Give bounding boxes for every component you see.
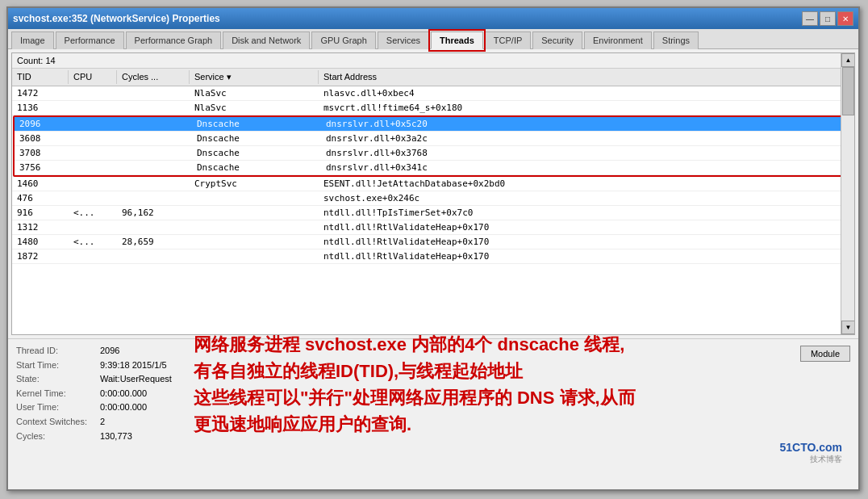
cell-tid: 1480 — [12, 235, 69, 249]
table-row[interactable]: 3756 Dnscache dnsrslvr.dll+0x341c — [15, 161, 852, 175]
close-button[interactable]: ✕ — [837, 11, 853, 26]
cell-cycles — [119, 132, 192, 145]
cell-tid: 1472 — [12, 86, 69, 100]
table-body[interactable]: 1472 NlaSvc nlasvc.dll+0xbec4 1136 NlaSv… — [12, 86, 854, 333]
cell-tid: 3708 — [15, 146, 71, 160]
title-bar: svchost.exe:352 (NetworkService) Propert… — [8, 8, 858, 29]
cell-tid: 3756 — [15, 161, 71, 174]
tab-strings[interactable]: Strings — [653, 31, 699, 49]
header-cycles[interactable]: Cycles ... — [117, 70, 190, 84]
cell-cycles — [117, 220, 190, 234]
cell-cpu — [71, 132, 119, 145]
cell-tid: 476 — [12, 191, 69, 205]
vertical-scrollbar[interactable]: ▲ ▼ — [841, 53, 854, 334]
cell-cycles — [119, 161, 192, 174]
context-switches-value: 2 — [100, 415, 105, 430]
watermark-subtitle: 技术博客 — [779, 454, 842, 465]
cell-cycles — [117, 191, 190, 205]
cell-cycles — [117, 86, 190, 100]
cell-service: CryptSvc — [190, 177, 319, 191]
cell-cycles — [117, 177, 190, 191]
tab-security[interactable]: Security — [532, 31, 582, 49]
minimize-button[interactable]: — — [802, 11, 818, 26]
table-row[interactable]: 476 svchost.exe+0x246c — [12, 191, 854, 206]
cell-address: ntdll.dll!RtlValidateHeap+0x170 — [319, 235, 854, 249]
start-time-label: Start Time: — [16, 359, 97, 373]
cell-cpu: <... — [69, 235, 117, 249]
watermark-logo: 51CTO.com — [779, 441, 842, 454]
table-row[interactable]: 916 <... 96,162 ntdll.dll!TpIsTimerSet+0… — [12, 206, 854, 220]
cell-service: NlaSvc — [190, 101, 319, 115]
cell-cpu — [69, 220, 117, 234]
cell-cycles — [117, 101, 190, 115]
count-bar: Count: 14 — [12, 53, 854, 69]
thread-id-row: Thread ID: 2096 — [16, 344, 425, 359]
table-row[interactable]: 1872 ntdll.dll!RtlValidateHeap+0x170 — [12, 250, 854, 264]
table-row[interactable]: 1460 CryptSvc ESENT.dll!JetAttachDatabas… — [12, 177, 854, 191]
cell-address: ntdll.dll!TpIsTimerSet+0x7c0 — [319, 206, 854, 220]
kernel-time-label: Kernel Time: — [16, 387, 97, 401]
module-button[interactable]: Module — [800, 346, 850, 362]
table-row[interactable]: 3608 Dnscache dnsrslvr.dll+0x3a2c — [15, 132, 852, 146]
window-controls: — □ ✕ — [802, 11, 853, 26]
context-switches-row: Context Switches: 2 — [16, 415, 425, 430]
user-time-label: User Time: — [16, 400, 97, 415]
scroll-up-button[interactable]: ▲ — [841, 53, 855, 67]
cycles-value: 130,773 — [100, 430, 132, 444]
header-tid[interactable]: TID — [12, 70, 69, 84]
tab-performance-graph[interactable]: Performance Graph — [126, 31, 222, 49]
header-cpu[interactable]: CPU — [69, 70, 117, 84]
header-service[interactable]: Service ▾ — [190, 70, 319, 84]
table-row[interactable]: 1312 ntdll.dll!RtlValidateHeap+0x170 — [12, 220, 854, 235]
tab-tcp-ip[interactable]: TCP/IP — [485, 31, 531, 49]
table-row[interactable]: 1472 NlaSvc nlasvc.dll+0xbec4 — [12, 86, 854, 101]
cell-cpu — [71, 117, 119, 131]
table-row[interactable]: 1136 NlaSvc msvcrt.dll!ftime64_s+0x180 — [12, 101, 854, 115]
details-left: Thread ID: 2096 Start Time: 9:39:18 2015… — [16, 344, 425, 443]
details-right — [441, 344, 850, 443]
cell-cpu: <... — [69, 206, 117, 220]
header-address[interactable]: Start Address — [319, 70, 854, 84]
cell-service — [190, 220, 319, 234]
scroll-track[interactable] — [841, 67, 854, 321]
cell-tid: 2096 — [15, 117, 71, 131]
cell-address: msvcrt.dll!ftime64_s+0x180 — [319, 101, 854, 115]
table-row[interactable]: 1480 <... 28,659 ntdll.dll!RtlValidateHe… — [12, 235, 854, 250]
tab-performance[interactable]: Performance — [56, 31, 124, 49]
cell-service — [190, 191, 319, 205]
cell-service — [190, 250, 319, 263]
tab-image[interactable]: Image — [11, 31, 54, 49]
scroll-thumb[interactable] — [842, 67, 854, 115]
cell-cpu — [71, 146, 119, 160]
table-row[interactable]: 3708 Dnscache dnsrslvr.dll+0x3768 — [15, 146, 852, 161]
tab-gpu-graph[interactable]: GPU Graph — [311, 31, 375, 49]
cell-service — [190, 206, 319, 220]
tab-services[interactable]: Services — [378, 31, 429, 49]
user-time-value: 0:00:00.000 — [100, 400, 147, 415]
cell-cpu — [71, 161, 119, 174]
cell-address: dnsrslvr.dll+0x3768 — [321, 146, 852, 160]
cell-cycles: 96,162 — [117, 206, 190, 220]
cell-cpu — [69, 250, 117, 263]
start-time-value: 9:39:18 2015/1/5 — [100, 359, 167, 373]
context-switches-label: Context Switches: — [16, 415, 97, 430]
cell-tid: 1136 — [12, 101, 69, 115]
watermark: 51CTO.com 技术博客 — [779, 441, 842, 465]
table-row-selected[interactable]: 2096 Dnscache dnsrslvr.dll+0x5c20 — [15, 117, 852, 132]
cell-address: dnsrslvr.dll+0x5c20 — [321, 117, 852, 131]
user-time-row: User Time: 0:00:00.000 — [16, 400, 425, 415]
state-row: State: Wait:UserRequest — [16, 372, 425, 387]
window-title: svchost.exe:352 (NetworkService) Propert… — [13, 13, 220, 24]
cell-address: ESENT.dll!JetAttachDatabase+0x2bd0 — [319, 177, 854, 191]
cell-cycles: 28,659 — [117, 235, 190, 249]
cell-tid: 1312 — [12, 220, 69, 234]
tab-environment[interactable]: Environment — [584, 31, 652, 49]
main-window: svchost.exe:352 (NetworkService) Propert… — [6, 6, 860, 491]
cell-address: nlasvc.dll+0xbec4 — [319, 86, 854, 100]
cell-service: Dnscache — [192, 132, 321, 145]
tab-threads[interactable]: Threads — [431, 31, 483, 49]
scroll-down-button[interactable]: ▼ — [841, 321, 855, 334]
tab-disk-network[interactable]: Disk and Network — [223, 31, 310, 49]
state-value: Wait:UserRequest — [100, 372, 172, 387]
maximize-button[interactable]: □ — [820, 11, 836, 26]
